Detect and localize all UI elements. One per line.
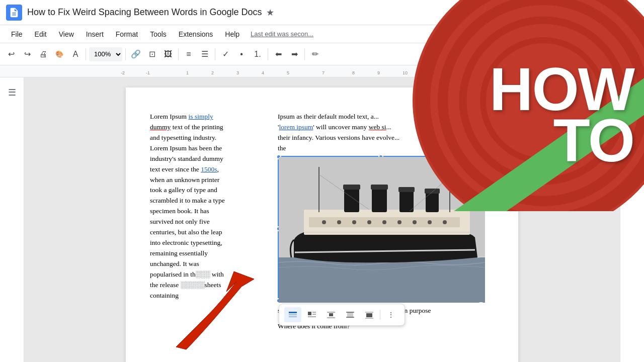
image-wrap-inline-button[interactable] (284, 307, 301, 322)
ruler-mark: 1 (186, 70, 189, 75)
align-button[interactable]: ≡ (182, 47, 196, 61)
google-docs-icon (6, 5, 22, 21)
svg-rect-31 (312, 314, 316, 315)
numbered-list-button[interactable]: 1. (251, 47, 265, 61)
toolbar-separator-1 (86, 48, 86, 60)
svg-point-22 (397, 220, 401, 224)
ruler-mark: 4 (262, 70, 264, 75)
svg-point-21 (382, 220, 386, 224)
svg-point-25 (443, 220, 447, 224)
menu-insert[interactable]: Insert (81, 28, 109, 40)
toolbar-separator-4 (215, 48, 215, 60)
explore-button[interactable]: ⊞ (623, 83, 641, 102)
menu-view[interactable]: View (54, 28, 79, 40)
paint-format-button[interactable]: 🎨 (52, 47, 66, 61)
svg-point-17 (322, 220, 326, 224)
insert-comment-button[interactable]: ⊡ (145, 47, 159, 61)
menu-help[interactable]: Help (220, 28, 245, 40)
image-toolbar: ⋮ (279, 304, 405, 326)
svg-rect-30 (312, 312, 316, 313)
redo-button[interactable]: ↪ (20, 47, 34, 61)
print-button[interactable]: 🖨 (36, 47, 50, 61)
toolbar: ↩ ↪ 🖨 🎨 A 100% 🔗 ⊡ 🖼 ≡ ☰ ✓ • 1. ⬅ ➡ ✏ (0, 43, 644, 65)
svg-rect-33 (327, 312, 335, 313)
decrease-indent-button[interactable]: ⬅ (271, 47, 285, 61)
main-area: ☰ Lorem Ipsum is simplydummy text of the… (0, 77, 644, 362)
menu-tools[interactable]: Tools (145, 28, 172, 40)
svg-rect-37 (346, 312, 354, 313)
last-edit-status[interactable]: Last edit was secon... (251, 30, 313, 38)
highlight-button[interactable]: ✏ (308, 47, 322, 61)
ruler-mark: 9 (377, 70, 380, 75)
document-area[interactable]: Lorem Ipsum is simplydummy text of the p… (24, 77, 620, 362)
image-wrap-text-button[interactable] (323, 307, 340, 322)
image-toolbar-separator (380, 310, 380, 320)
left-sidebar: ☰ (0, 77, 24, 362)
bullet-list-button[interactable]: • (234, 47, 249, 61)
zoom-selector[interactable]: 100% (89, 47, 122, 61)
ruler-mark: 7 (322, 70, 325, 75)
svg-rect-35 (327, 317, 335, 318)
svg-rect-32 (308, 316, 316, 317)
line-spacing-button[interactable]: ☰ (198, 47, 212, 61)
ruler-mark: 5 (287, 70, 289, 75)
lorem-ipsum-text: Lorem Ipsum is simplydummy text of the p… (150, 113, 225, 299)
svg-rect-4 (344, 187, 359, 212)
title-bar: How to Fix Weird Spacing Between Words i… (0, 0, 644, 25)
svg-rect-11 (425, 189, 440, 194)
emoji-button[interactable]: ☺ (623, 104, 641, 122)
svg-rect-34 (329, 313, 333, 316)
document-outline-button[interactable]: ☰ (3, 83, 21, 102)
image-wrap-behind-button[interactable] (361, 307, 378, 322)
ruler-mark: 3 (236, 70, 239, 75)
svg-rect-40 (365, 312, 373, 313)
svg-rect-7 (426, 191, 439, 212)
ruler-mark: 10 (403, 70, 408, 75)
ship-image (279, 157, 485, 303)
svg-rect-8 (343, 185, 360, 190)
insert-image-button[interactable]: 🖼 (161, 47, 175, 61)
right-sidebar: ⊞ ☺ ✎ (620, 77, 644, 362)
svg-point-18 (337, 220, 341, 224)
image-more-options-button[interactable]: ⋮ (382, 307, 399, 322)
svg-rect-27 (289, 314, 297, 315)
menu-format[interactable]: Format (111, 28, 143, 40)
spell-check-button[interactable]: A (68, 47, 83, 61)
svg-rect-29 (308, 312, 311, 315)
ruler-inner: -2 -1 1 2 3 4 5 7 8 9 10 (0, 65, 644, 77)
left-text-column: Lorem Ipsum is simplydummy text of the p… (150, 112, 266, 332)
menu-file[interactable]: File (6, 28, 28, 40)
increase-indent-button[interactable]: ➡ (287, 47, 301, 61)
right-column-top: Ipsum as their default model text, a... … (278, 112, 494, 154)
image-wrap-break-button[interactable] (342, 307, 359, 322)
image-container[interactable]: ⋮ (278, 156, 484, 302)
svg-point-23 (413, 220, 417, 224)
toolbar-separator-2 (125, 48, 126, 60)
svg-point-20 (367, 220, 371, 224)
svg-point-24 (428, 220, 432, 224)
feedback-button[interactable]: ✎ (623, 124, 641, 142)
document-page: Lorem Ipsum is simplydummy text of the p… (126, 87, 518, 362)
star-icon[interactable]: ★ (266, 7, 274, 18)
undo-button[interactable]: ↩ (4, 47, 18, 61)
right-text-column: Ipsum as their default model text, a... … (278, 112, 494, 332)
ruler-mark: 2 (211, 70, 214, 75)
toolbar-separator-3 (178, 48, 179, 60)
image-wrap-square-button[interactable] (303, 307, 320, 322)
ruler: -2 -1 1 2 3 4 5 7 8 9 10 (0, 65, 644, 77)
toolbar-separator-6 (304, 48, 305, 60)
toolbar-separator-5 (268, 48, 268, 60)
svg-rect-38 (346, 317, 354, 318)
document-title: How to Fix Weird Spacing Between Words i… (27, 7, 262, 18)
menu-bar: File Edit View Insert Format Tools Exten… (0, 25, 644, 43)
svg-rect-26 (289, 312, 297, 313)
text-columns: Lorem Ipsum is simplydummy text of the p… (150, 112, 494, 332)
insert-link-button[interactable]: 🔗 (129, 47, 143, 61)
checklist-button[interactable]: ✓ (218, 47, 232, 61)
menu-edit[interactable]: Edit (30, 28, 52, 40)
ruler-mark: -2 (121, 70, 125, 75)
ruler-mark: 8 (352, 70, 355, 75)
menu-extensions[interactable]: Extensions (174, 28, 218, 40)
svg-rect-10 (398, 187, 415, 192)
svg-rect-41 (365, 318, 373, 319)
